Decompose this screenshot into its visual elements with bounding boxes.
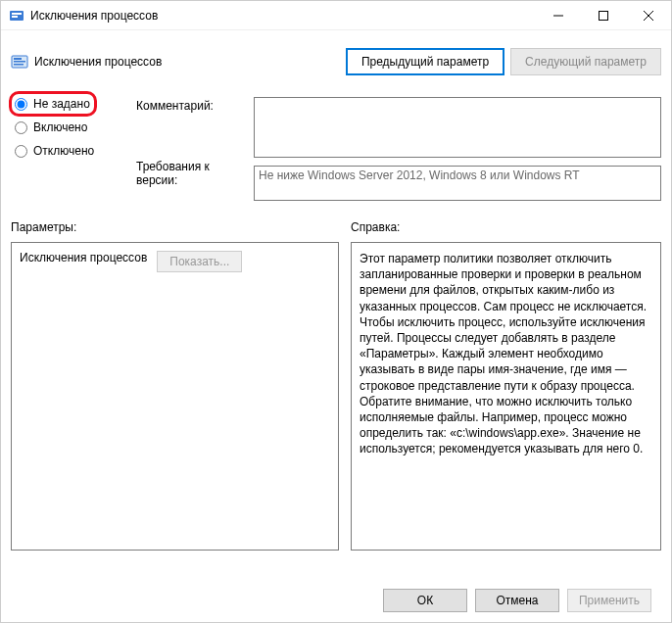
- help-panel[interactable]: Этот параметр политики позволяет отключи…: [351, 242, 661, 551]
- help-text: Этот параметр политики позволяет отключи…: [360, 252, 647, 455]
- radio-disabled[interactable]: Отключено: [15, 144, 126, 158]
- dialog-footer: ОК Отмена Применить: [11, 579, 661, 622]
- state-radio-group: Не задано Включено Отключено: [11, 97, 126, 201]
- header-row: Исключения процессов Предыдущий параметр…: [11, 40, 661, 83]
- panels-row: Исключения процессов Показать... Этот па…: [11, 242, 661, 579]
- show-button[interactable]: Показать...: [157, 251, 242, 272]
- options-panel: Исключения процессов Показать...: [11, 242, 339, 551]
- content-area: Исключения процессов Предыдущий параметр…: [1, 30, 671, 622]
- svg-rect-8: [14, 58, 22, 60]
- title-bar: Исключения процессов: [1, 1, 671, 30]
- supported-label: Требования к версии:: [136, 160, 244, 187]
- svg-rect-10: [14, 64, 24, 66]
- comment-label: Комментарий:: [136, 99, 244, 113]
- radio-not-configured[interactable]: Не задано: [15, 97, 126, 111]
- cancel-button[interactable]: Отмена: [475, 589, 559, 612]
- svg-rect-4: [600, 11, 608, 20]
- radio-not-configured-input[interactable]: [15, 98, 27, 111]
- supported-field: [254, 166, 661, 201]
- svg-rect-1: [12, 13, 22, 15]
- comment-field[interactable]: [254, 97, 661, 158]
- radio-disabled-label: Отключено: [33, 144, 94, 158]
- radio-enabled[interactable]: Включено: [15, 120, 126, 134]
- section-headings: Параметры: Справка:: [11, 220, 661, 234]
- policy-icon: [11, 53, 28, 71]
- previous-setting-button[interactable]: Предыдущий параметр: [346, 48, 504, 75]
- options-item-label: Исключения процессов: [20, 251, 147, 264]
- field-values-column: [254, 97, 661, 201]
- window-title: Исключения процессов: [30, 9, 536, 23]
- minimize-button[interactable]: [536, 1, 581, 30]
- radio-enabled-input[interactable]: [15, 121, 27, 134]
- maximize-button[interactable]: [581, 1, 626, 30]
- svg-rect-9: [14, 61, 25, 63]
- field-labels-column: Комментарий: Требования к версии:: [136, 97, 244, 201]
- help-heading: Справка:: [351, 220, 661, 234]
- svg-rect-2: [12, 16, 18, 18]
- dialog-window: Исключения процессов Исключения процессо…: [0, 0, 672, 623]
- close-button[interactable]: [626, 1, 671, 30]
- header-subtitle: Исключения процессов: [34, 55, 340, 69]
- next-setting-button[interactable]: Следующий параметр: [510, 48, 661, 75]
- app-icon: [9, 8, 24, 24]
- radio-not-configured-label: Не задано: [33, 97, 90, 111]
- options-heading: Параметры:: [11, 220, 339, 234]
- radio-enabled-label: Включено: [33, 120, 87, 134]
- radio-disabled-input[interactable]: [15, 145, 27, 158]
- apply-button[interactable]: Применить: [567, 589, 651, 612]
- ok-button[interactable]: ОК: [383, 589, 467, 612]
- upper-grid: Не задано Включено Отключено Комментарий…: [11, 97, 661, 201]
